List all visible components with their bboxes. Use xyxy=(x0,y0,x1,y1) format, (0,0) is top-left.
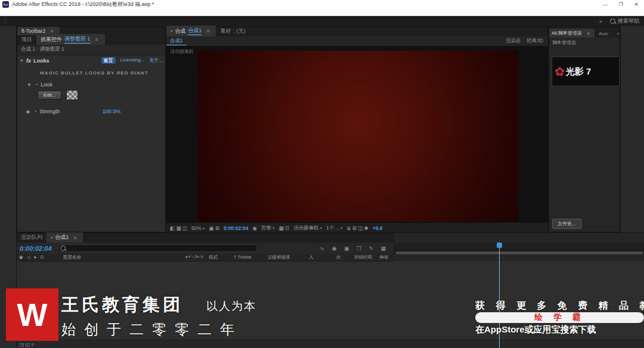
tab-project[interactable]: 项目 xyxy=(17,35,36,45)
col-out[interactable]: 出 xyxy=(336,254,341,260)
col-in[interactable]: 入 xyxy=(309,254,314,260)
pixel-aspect-icons[interactable]: ≣ ⊞ ◫ ✱ xyxy=(346,225,368,231)
timeline-column-headers: ◉ ◁ ● ⊡ 图层名称 ♠☀＼fx◐⊙ 模式 T TrkMat 父级和链接 入… xyxy=(17,254,394,262)
watermark-slogan: 以人为本 xyxy=(206,299,256,314)
col-trkmat[interactable]: T TrkMat xyxy=(234,254,251,260)
col-mode[interactable]: 模式 xyxy=(209,254,218,260)
licensing-link[interactable]: Licensing... xyxy=(120,57,144,64)
resolution-select[interactable]: 完整 xyxy=(261,225,275,232)
time-ruler[interactable] xyxy=(394,243,644,251)
renderer-value[interactable]: 经典3D xyxy=(527,38,543,45)
watermark-app-pill: 绘 学 霸 xyxy=(475,312,644,323)
timeline-current-time[interactable]: 0:00:02:04 xyxy=(20,245,52,252)
stopwatch-icon[interactable]: ◔ xyxy=(35,82,38,88)
work-area-bar[interactable] xyxy=(395,251,643,255)
effect-breadcrumb: 合成 1 · 调整图层 1 xyxy=(17,45,165,55)
watermark-org-name: 王氏教育集团 xyxy=(61,293,183,317)
workspace-overflow[interactable]: » xyxy=(599,18,602,24)
menu-bar xyxy=(0,8,644,16)
tab-script-manager[interactable]: AE脚本管理器≡ xyxy=(549,29,595,38)
search-icon xyxy=(60,246,66,251)
timeline-bottom-bar: ◳ ◱ ≡ xyxy=(17,340,644,348)
fx-icon: fx xyxy=(26,58,31,64)
window-title: Adobe After Effects CC 2018 - I:\2020\B站… xyxy=(12,1,154,8)
tools-toolbar: » 搜索帮助 xyxy=(0,16,644,26)
exposure-value[interactable]: +0.0 xyxy=(373,225,383,231)
search-icon xyxy=(610,18,615,24)
about-link[interactable]: 关于... xyxy=(149,57,163,64)
tab-render-queue[interactable]: 渲染队列 xyxy=(17,232,47,243)
composition-toolbar: ◧ ▦ ◫ 50% ▣ ⊞ 0:00:02:04 ◉ 完整 ▦ ⊡ 活动摄像机 … xyxy=(166,223,548,233)
panel-menu-icon[interactable]: ≡ xyxy=(204,28,212,34)
col-parent-link[interactable]: 父级和链接 xyxy=(268,254,290,260)
timeline-graph-header xyxy=(394,233,644,261)
look-thumbnail-swatch[interactable] xyxy=(66,90,78,100)
minimize-button[interactable]: — xyxy=(597,0,613,8)
look-edit-button[interactable]: Edit... xyxy=(38,91,61,100)
view-layout-select[interactable]: 1个… xyxy=(326,225,342,232)
twirl-icon[interactable]: ▼ xyxy=(20,58,24,63)
ae-app-icon: Ae xyxy=(2,1,9,8)
panel-menu-icon[interactable]: ≡ xyxy=(93,36,101,42)
maximize-button[interactable]: ❐ xyxy=(613,0,628,8)
tab-footage[interactable]: 素材：(无) xyxy=(216,26,249,36)
wangshi-logo: W xyxy=(6,288,58,341)
strength-value[interactable]: 100.0% xyxy=(103,108,121,114)
tab-composition[interactable]: ▪ 合成 合成1 ≡ xyxy=(166,26,216,36)
col-switches[interactable]: ♠☀＼fx◐⊙ xyxy=(185,254,203,260)
magnification-select[interactable]: 50% xyxy=(191,225,205,231)
effect-controls-panel: ft-Toolbar2≡ 项目 效果控件 调整图层 1 ≡ 合成 1 · 调整图… xyxy=(17,26,166,232)
panel-menu-icon[interactable]: ≡ xyxy=(71,235,79,241)
watermark-app-name: 绘 学 霸 xyxy=(534,312,585,323)
composition-viewer[interactable]: 活动摄像机 xyxy=(166,46,548,223)
scripts-folder-button[interactable]: 文件夹... xyxy=(552,219,581,229)
watermark-promo-line: 获 得 更 多 免 费 精 品 教 程 xyxy=(475,300,644,312)
reset-effect-link[interactable]: 重置 xyxy=(101,57,116,64)
user-label: Acer xyxy=(595,30,612,38)
composition-frame[interactable] xyxy=(197,51,518,222)
after-effects-window: Ae Adobe After Effects CC 2018 - I:\2020… xyxy=(0,0,644,348)
strength-param-label: Strength xyxy=(40,108,60,114)
panel-menu-icon[interactable]: ≡ xyxy=(48,28,55,34)
timeline-toolbar-icons[interactable]: ∿ ◉ ▣ ❐ ✎ ▦ xyxy=(320,246,389,251)
tab-effect-controls[interactable]: 效果控件 调整图层 1 ≡ xyxy=(36,34,105,45)
composition-panel: ▪ 合成 合成1 ≡ 素材：(无) 合成1 渲染器 经典3D 活动摄像机 ◧ ▦… xyxy=(166,26,549,232)
script-manager-subtitle: 脚本管理器 xyxy=(549,38,620,48)
script-promo-banner[interactable]: ✿ 光影 7 xyxy=(552,57,620,86)
active-camera-view-label: 活动摄像机 xyxy=(170,48,194,55)
watermark-founded-line: 始创于二零零二年 xyxy=(61,320,243,339)
av-features-icons: ◉ ◁ ● ⊡ xyxy=(19,254,45,260)
col-duration[interactable]: 持续时间 xyxy=(354,254,372,260)
snapshot-icon[interactable]: ◉ xyxy=(252,225,256,231)
view-select[interactable]: 活动摄像机 xyxy=(293,225,322,232)
tab-timeline-comp[interactable]: ▪ 合成1 ≡ xyxy=(47,232,83,243)
search-help[interactable]: 搜索帮助 xyxy=(610,17,639,25)
comp-viewer-tab[interactable]: 合成1 xyxy=(166,38,187,45)
effect-target-name: 调整图层 1 xyxy=(64,35,91,44)
col-stretch[interactable]: 伸缩 xyxy=(379,254,388,260)
watermark-download-line: 在AppStore或应用宝搜索下载 xyxy=(475,324,596,335)
timeline-toggle-icons[interactable]: ◳ ◱ ≡ xyxy=(20,342,34,347)
twirl-icon[interactable]: ▶ xyxy=(27,109,30,114)
rose-icon: ✿ xyxy=(555,64,565,79)
current-time-display[interactable]: 0:00:02:04 xyxy=(224,225,249,231)
look-param-label: Look xyxy=(41,82,52,88)
script-manager-panel: AE脚本管理器≡ Acer » 脚本管理器 ✿ 光影 7 文件夹... xyxy=(549,26,620,232)
twirl-icon[interactable]: ▼ xyxy=(27,82,32,88)
col-layer-name[interactable]: 图层名称 xyxy=(63,254,81,260)
magic-bullet-banner: MAGIC BULLET LOOKS BY RED GIANT xyxy=(17,66,165,80)
playhead-marker[interactable] xyxy=(497,243,502,248)
renderer-label: 渲染器 xyxy=(506,38,521,45)
stopwatch-icon[interactable]: ◔ xyxy=(33,108,36,114)
close-button[interactable]: ✕ xyxy=(628,0,644,8)
viewer-icons[interactable]: ◧ ▦ ◫ xyxy=(170,225,187,231)
grid-guide-icons[interactable]: ▣ ⊞ xyxy=(209,225,219,231)
timeline-search-input[interactable] xyxy=(58,244,258,252)
roi-icons[interactable]: ▦ ⊡ xyxy=(278,225,289,231)
effect-name[interactable]: Looks xyxy=(33,58,49,64)
title-bar: Ae Adobe After Effects CC 2018 - I:\2020… xyxy=(0,0,644,8)
